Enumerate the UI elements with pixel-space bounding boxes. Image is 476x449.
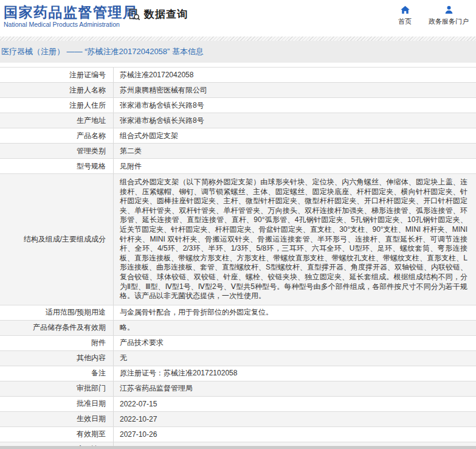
logo-subtitle: National Medical Products Administration	[4, 20, 138, 29]
row-label-text: 结构及组成/主要组成成分	[24, 234, 106, 245]
row-label-text: 注册证编号	[69, 70, 106, 80]
nav-home[interactable]: 首页	[398, 5, 412, 26]
table-row: 注册证编号苏械注准20172042058	[0, 68, 476, 83]
row-label: 附件	[0, 336, 114, 350]
row-label: 批准日期	[0, 397, 114, 411]
table-row: 备注原注册证号：苏械注准20172102058	[0, 366, 476, 381]
row-label-text: 注册人名称	[69, 85, 106, 96]
row-label: 注册人住所	[0, 98, 114, 113]
document-search-icon	[128, 8, 141, 21]
row-label-text: 审批部门	[77, 383, 106, 394]
site-header: 国家药品监督管理局 National Medical Products Admi…	[0, 0, 476, 37]
table-row: 结构及组成/主要组成成分组合式外固定支架（以下简称外固定支架）由球形夹针块、定位…	[0, 174, 476, 305]
table-row: 生效日期2022-10-27	[0, 412, 476, 427]
row-label-text: 批准日期	[77, 399, 106, 409]
data-query-title: 数据查询	[128, 7, 188, 21]
row-value: 张家港市杨舍镇长兴路8号	[114, 113, 476, 128]
home-icon	[400, 5, 410, 15]
table-row: 管理类别第二类	[0, 144, 476, 159]
row-value: 组合式外固定支架	[114, 128, 476, 143]
table-row: 产品名称组合式外固定支架	[0, 128, 476, 144]
table-row: 产品储存条件及有效期略。	[0, 321, 476, 336]
row-label-text: 其他内容	[77, 353, 106, 363]
row-label-text: 产品储存条件及有效期	[33, 322, 106, 333]
row-value: 苏州康腾精密医械有限公司	[114, 83, 476, 97]
footer-strip	[0, 446, 476, 449]
row-label-text: 备注	[91, 368, 106, 378]
row-value: 第二类	[114, 144, 476, 158]
table-row: 批准日期2022-07-15	[0, 397, 476, 412]
logo-title: 国家药品监督管理局	[4, 4, 138, 20]
row-value: 原注册证号：苏械注准20172102058	[114, 366, 476, 381]
row-value: 苏械注准20172042058	[114, 68, 476, 82]
info-table: 注册证编号苏械注准20172042058注册人名称苏州康腾精密医械有限公司注册人…	[0, 67, 476, 449]
row-label-text: 管理类别	[77, 146, 106, 156]
table-row: 注册人名称苏州康腾精密医械有限公司	[0, 83, 476, 98]
row-label: 生产地址	[0, 113, 114, 128]
row-label: 注册证编号	[0, 68, 114, 82]
nmpa-logo[interactable]: 国家药品监督管理局 National Medical Products Admi…	[4, 4, 138, 29]
row-label: 适用范围/预期用途	[0, 305, 114, 320]
row-label: 注册人名称	[0, 83, 114, 97]
breadcrumb-text: 医疗器械（注册） —— “苏械注准20172042058” 基本信息	[1, 46, 204, 57]
table-row: 审批部门江苏省药品监督管理局	[0, 381, 476, 397]
breadcrumb: 医疗器械（注册） —— “苏械注准20172042058” 基本信息	[0, 41, 476, 63]
table-row: 生产地址张家港市杨舍镇长兴路8号	[0, 113, 476, 128]
row-value: 组合式外固定支架（以下简称外固定支架）由球形夹针块、定位块、内六角螺丝、伸缩体、…	[114, 174, 476, 305]
user-icon	[444, 5, 454, 15]
row-value: 产品技术要求	[114, 336, 476, 350]
row-value: 无	[114, 351, 476, 366]
nav-gov-portal-label: 政务服务门户	[429, 17, 469, 26]
row-label-text: 适用范围/预期用途	[46, 307, 106, 318]
table-row: 适用范围/预期用途与金属骨针配合，用于骨折部位的外固定复位。	[0, 305, 476, 321]
row-value: 见附件	[114, 159, 476, 173]
table-row: 附件产品技术要求	[0, 336, 476, 351]
row-value: 略。	[114, 321, 476, 335]
row-label: 备注	[0, 366, 114, 381]
table-row: 其他内容无	[0, 351, 476, 366]
row-value: 2022-10-27	[114, 412, 476, 426]
row-label: 产品名称	[0, 128, 114, 143]
row-label: 其他内容	[0, 351, 114, 366]
row-label-text: 注册人住所	[69, 100, 106, 111]
row-value: 2022-07-15	[114, 397, 476, 411]
row-label: 有效期至	[0, 427, 114, 442]
divider-stripe	[0, 37, 476, 41]
nav-gov-portal[interactable]: 政务服务门户	[429, 5, 469, 26]
row-label: 产品储存条件及有效期	[0, 321, 114, 335]
row-label-text: 生效日期	[77, 414, 106, 424]
table-row: 注册人住所张家港市杨舍镇长兴路8号	[0, 98, 476, 113]
data-query-label: 数据查询	[144, 7, 188, 21]
table-row: 有效期至2027-10-26	[0, 427, 476, 442]
row-value: 2027-10-26	[114, 427, 476, 442]
row-value: 张家港市杨舍镇长兴路8号	[114, 98, 476, 113]
row-label-text: 附件	[91, 338, 106, 348]
row-label-text: 生产地址	[77, 116, 106, 126]
main-content: 注册证编号苏械注准20172042058注册人名称苏州康腾精密医械有限公司注册人…	[0, 67, 476, 449]
row-label: 生效日期	[0, 412, 114, 426]
row-label: 管理类别	[0, 144, 114, 158]
nav-home-label: 首页	[398, 17, 412, 26]
table-row: 型号规格见附件	[0, 159, 476, 174]
top-nav: 首页 政务服务门户	[398, 5, 469, 26]
row-label-text: 产品名称	[77, 131, 106, 141]
row-value: 江苏省药品监督管理局	[114, 381, 476, 396]
row-label: 型号规格	[0, 159, 114, 173]
row-label: 结构及组成/主要组成成分	[0, 174, 114, 305]
row-value: 与金属骨针配合，用于骨折部位的外固定复位。	[114, 305, 476, 320]
row-label-text: 有效期至	[77, 429, 106, 439]
row-label: 审批部门	[0, 381, 114, 396]
row-label-text: 型号规格	[77, 161, 106, 172]
